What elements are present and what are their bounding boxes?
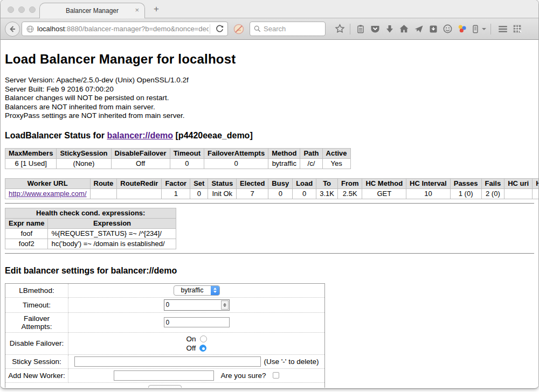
disable-failover-on-radio[interactable] [200,335,207,342]
confirm-checkbox[interactable] [273,372,279,379]
sticky-session-row: Sticky Session: (Use '-' to delete) [5,354,325,368]
feedback-smiley-icon [443,24,453,34]
status-heading-prefix: LoadBalancer Status for [5,131,107,140]
bookmarks-sidebar-button[interactable] [510,24,524,34]
toolbar-separator [350,24,350,34]
page-content: Load Balancer Manager for localhost Serv… [1,40,538,388]
hello-button[interactable] [455,24,469,34]
server-built-line: Server Built: Feb 9 2016 07:00:20 [5,85,534,94]
sticky-session-input[interactable] [74,356,261,367]
page-title: Load Balancer Manager for localhost [5,40,534,67]
col-worker-url: Worker URL [5,178,91,188]
cell-from: 2.5K [337,188,362,199]
sticky-session-label: Sticky Session: [5,354,68,368]
bookmark-star-button[interactable] [333,24,347,34]
reading-list-button[interactable] [353,24,368,34]
cell-active: Yes [322,158,350,169]
minimize-window-button[interactable] [18,6,25,13]
site-identity-globe-icon[interactable] [26,25,34,33]
cell-failoverattempts: 0 [204,158,268,169]
persist-note-line: Balancer changes will NOT be persisted o… [5,94,534,103]
tab-bar: Balancer Manager × + [1,0,538,18]
search-input[interactable] [264,25,322,33]
col-active: Active [322,148,350,158]
col-routeredir: RouteRedir [117,178,162,188]
disable-failover-off-radio[interactable] [199,345,206,352]
lbmethod-select[interactable]: bytraffic [174,285,220,296]
timeout-input-wrap [164,299,230,311]
col-hc-method: HC Method [362,178,406,188]
url-path: :8880/balancer-manager?b=demo&nonce=decc… [65,25,209,33]
cell-hc-interval: 10 [406,188,451,199]
downloads-button[interactable] [382,24,397,34]
balancer-data-row: 6 [1 Used] (None) Off 0 0 bytraffic /c/ … [5,158,351,169]
submit-row: Submit [5,382,325,388]
cell-method: bytraffic [268,158,300,169]
home-icon [399,24,409,34]
save-page-icon [429,24,438,34]
url-bar[interactable]: localhost:8880/balancer-manager?b=demo&n… [22,22,228,36]
server-info: Server Version: Apache/2.5.0-dev (Unix) … [5,76,534,121]
url-text[interactable]: localhost:8880/balancer-manager?b=demo&n… [37,25,209,33]
cell-expr-name: foof2 [5,239,48,249]
col-disablefailover: DisableFailover [111,148,170,158]
cell-hc-uri [505,188,533,199]
toolbar-icons [333,24,524,34]
home-button[interactable] [397,24,411,34]
add-worker-row: Add New Worker: Are you sure? [5,368,325,382]
menu-button[interactable] [495,24,510,34]
cell-expression: hc('body') =~ /domain is established/ [48,239,176,249]
pocket-button[interactable] [368,24,382,34]
container-button[interactable] [469,24,481,34]
col-busy: Busy [268,178,293,188]
save-page-button[interactable] [426,24,440,34]
back-button[interactable] [5,22,20,37]
add-worker-label: Add New Worker: [5,368,68,382]
new-tab-button[interactable]: + [154,4,159,15]
cell-stickysession: (None) [57,158,111,169]
zoom-window-button[interactable] [29,6,36,13]
health-table-title: Health check cond. expressions: [5,208,176,218]
tab-close-icon[interactable]: × [135,6,139,14]
window-controls[interactable] [8,6,36,13]
send-tab-icon [414,24,424,34]
browser-window: Balancer Manager × + localhost:8880/bala… [1,0,538,388]
col-fails: Fails [481,178,505,188]
blocked-content-icon [233,23,245,35]
timeout-row: Timeout: [5,297,325,312]
close-window-button[interactable] [8,6,14,13]
bookmarks-sidebar-icon [512,24,522,34]
send-tab-button[interactable] [411,24,426,34]
cell-maxmembers: 6 [1 Used] [5,158,57,169]
balancer-demo-link[interactable]: balancer://demo [107,131,173,140]
container-icon [471,24,480,34]
col-timeout: Timeout [170,148,204,158]
submit-button[interactable]: Submit [148,385,181,388]
back-arrow-icon [8,24,17,34]
balancer-header-row: MaxMembers StickySession DisableFailover… [5,148,351,158]
number-spinner-icon[interactable] [221,300,229,310]
lbmethod-row: LBmethod: bytraffic [5,283,325,297]
proxypass-note-line: ProxyPass settings are NOT inherited fro… [5,111,534,121]
search-bar[interactable] [250,22,326,36]
worker-url-link[interactable]: http://www.example.com/ [9,190,87,198]
col-path: Path [300,148,322,158]
feedback-smiley-button[interactable] [440,24,455,34]
col-hc-interval: HC Interval [406,178,451,188]
col-load: Load [293,178,316,188]
reading-list-icon [356,24,365,34]
col-factor: Factor [162,178,190,188]
reload-button[interactable] [211,22,227,36]
container-menu-caret-icon[interactable] [482,28,486,30]
failover-attempts-input[interactable] [164,317,230,327]
add-worker-input[interactable] [114,370,214,381]
cell-to: 3.1K [316,188,338,199]
reload-icon [215,24,224,33]
timeout-input[interactable] [164,301,221,309]
tab-balancer-manager[interactable]: Balancer Manager × [39,3,145,18]
cell-fails: 2 (0) [481,188,505,199]
radio-on-label: On [186,335,196,343]
blocked-content-button[interactable] [233,23,245,35]
urlbar-divider [210,24,210,34]
section-divider [5,203,534,204]
